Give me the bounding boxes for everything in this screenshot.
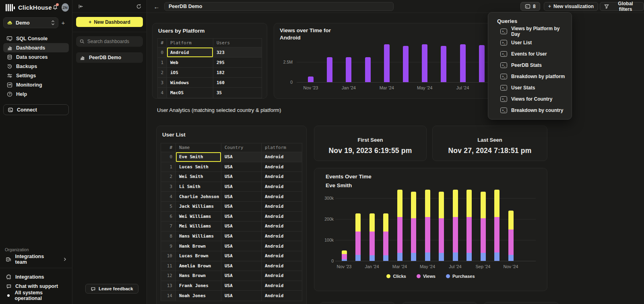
table-cell[interactable]: Android — [167, 48, 213, 57]
bar[interactable] — [403, 46, 409, 82]
table-cell[interactable]: 182 — [213, 68, 262, 77]
table-cell[interactable]: USA — [221, 182, 262, 192]
bar-segment-views[interactable] — [494, 217, 500, 252]
table-cell[interactable]: Frank Jones — [176, 281, 221, 291]
bar-segment-purchases[interactable] — [425, 252, 430, 261]
bar-segment-purchases[interactable] — [397, 253, 402, 261]
query-item[interactable]: >_Events for User — [488, 48, 572, 60]
table-cell[interactable]: Wei Smith — [176, 172, 221, 182]
bar[interactable] — [422, 44, 427, 82]
bar[interactable] — [327, 57, 332, 82]
new-visualization-button[interactable]: + New visualization — [544, 2, 598, 11]
add-service-button[interactable]: + — [58, 19, 68, 26]
bar-segment-clicks[interactable] — [425, 190, 430, 217]
table-cell[interactable]: Android — [262, 291, 302, 301]
dashboard-list-item[interactable]: PeerDB Demo — [76, 52, 143, 63]
table-cell[interactable]: USA — [221, 241, 262, 251]
table-cell[interactable]: USA — [221, 291, 262, 301]
query-item[interactable]: >_User Stats — [488, 82, 572, 93]
table-cell[interactable]: Jack Williams — [176, 202, 221, 211]
bar-segment-purchases[interactable] — [508, 255, 514, 261]
queries-toggle-button[interactable]: 8 — [520, 2, 540, 11]
system-status[interactable]: All systems operational — [3, 291, 69, 300]
table-cell[interactable]: Android — [262, 221, 302, 231]
bar-segment-views[interactable] — [355, 232, 361, 255]
bar-segment-views[interactable] — [481, 218, 486, 253]
table-cell[interactable]: Android — [262, 152, 302, 162]
table-cell[interactable]: USA — [221, 271, 262, 281]
bar-segment-views[interactable] — [425, 217, 430, 252]
table-cell[interactable]: Android — [262, 281, 302, 291]
search-input[interactable] — [87, 39, 150, 44]
query-item[interactable]: >_User List — [488, 37, 572, 48]
table-cell[interactable]: Android — [262, 271, 302, 281]
back-arrow-icon[interactable]: ← — [153, 2, 161, 10]
workspace-selector[interactable]: Demo — [3, 17, 58, 28]
table-cell[interactable]: 35 — [213, 88, 262, 98]
table-cell[interactable]: Android — [262, 261, 302, 271]
bar-segment-clicks[interactable] — [453, 190, 458, 217]
table-cell[interactable]: USA — [221, 192, 262, 201]
bar-segment-purchases[interactable] — [355, 255, 361, 261]
table-cell[interactable]: USA — [221, 261, 262, 271]
table-cell[interactable]: Android — [262, 202, 302, 211]
bar-segment-purchases[interactable] — [411, 253, 416, 261]
query-item[interactable]: >_Views for Country — [488, 93, 572, 105]
bar[interactable] — [384, 44, 390, 82]
bar-segment-views[interactable] — [411, 218, 416, 253]
table-cell[interactable]: 295 — [213, 58, 262, 67]
query-item[interactable]: >_PeerDB Stats — [488, 60, 572, 71]
table-cell[interactable]: USA — [221, 152, 262, 162]
table-cell[interactable]: Android — [262, 162, 302, 172]
query-item[interactable]: >_Breakdown by country — [488, 105, 572, 116]
table-cell[interactable]: Android — [262, 182, 302, 192]
bar-segment-clicks[interactable] — [369, 213, 375, 232]
bar[interactable] — [308, 77, 314, 82]
sidebar-item-data-sources[interactable]: Data sources — [3, 52, 69, 62]
bar-segment-views[interactable] — [453, 217, 458, 252]
bar-segment-clicks[interactable] — [466, 190, 472, 217]
sidebar-item-backups[interactable]: Backups — [3, 62, 69, 71]
sidebar-item-integrations-team[interactable]: Integrations team — [3, 254, 69, 264]
table-cell[interactable]: Lucas Smith — [176, 162, 221, 172]
table-cell[interactable]: USA — [221, 232, 262, 241]
bar-segment-purchases[interactable] — [494, 252, 500, 261]
legend-item[interactable]: Views — [417, 274, 436, 279]
table-cell[interactable]: Hans Brown — [176, 271, 221, 281]
dashboard-title-input[interactable] — [164, 2, 394, 11]
table-cell[interactable]: iOS — [167, 68, 213, 77]
connect-button[interactable]: Connect — [3, 104, 69, 115]
table-cell[interactable]: USA — [221, 281, 262, 291]
bar-segment-views[interactable] — [342, 254, 347, 259]
bar-segment-clicks[interactable] — [508, 211, 514, 230]
table-cell[interactable]: Mei Williams — [176, 221, 221, 231]
bar-segment-purchases[interactable] — [466, 253, 472, 261]
bar[interactable] — [441, 46, 446, 82]
table-cell[interactable]: USA — [221, 172, 262, 182]
table-cell[interactable]: USA — [221, 221, 262, 231]
sidebar-item-monitoring[interactable]: Monitoring — [3, 80, 69, 89]
collapse-panel-icon[interactable] — [78, 4, 84, 9]
bar[interactable] — [365, 57, 371, 82]
notifications-bell-icon[interactable] — [52, 4, 58, 11]
table-cell[interactable]: Lucas Brown — [176, 251, 221, 261]
legend-item[interactable]: Clicks — [386, 274, 406, 279]
bar-segment-clicks[interactable] — [494, 190, 500, 217]
table-cell[interactable]: Li Smith — [176, 182, 221, 192]
table-cell[interactable]: Noah Jones — [176, 291, 221, 301]
table-cell[interactable]: Windows — [167, 78, 213, 87]
bar-segment-purchases[interactable] — [453, 252, 458, 261]
avatar[interactable]: ZN — [62, 3, 69, 12]
table-cell[interactable]: 160 — [213, 78, 262, 87]
sidebar-item-settings[interactable]: Settings — [3, 71, 69, 80]
query-item[interactable]: >_Breakdown by platform — [488, 71, 572, 82]
table-cell[interactable]: Charlie Johnson — [176, 192, 221, 201]
table-cell[interactable]: 323 — [213, 48, 262, 57]
table-cell[interactable]: Android — [262, 232, 302, 241]
bar-segment-clicks[interactable] — [439, 192, 444, 218]
sidebar-item-integrations[interactable]: Integrations — [3, 272, 69, 281]
global-filters-button[interactable]: Global filters — [600, 2, 644, 11]
table-cell[interactable]: Android — [262, 241, 302, 251]
bar-segment-purchases[interactable] — [383, 255, 388, 261]
sidebar-item-help[interactable]: Help — [3, 89, 69, 99]
